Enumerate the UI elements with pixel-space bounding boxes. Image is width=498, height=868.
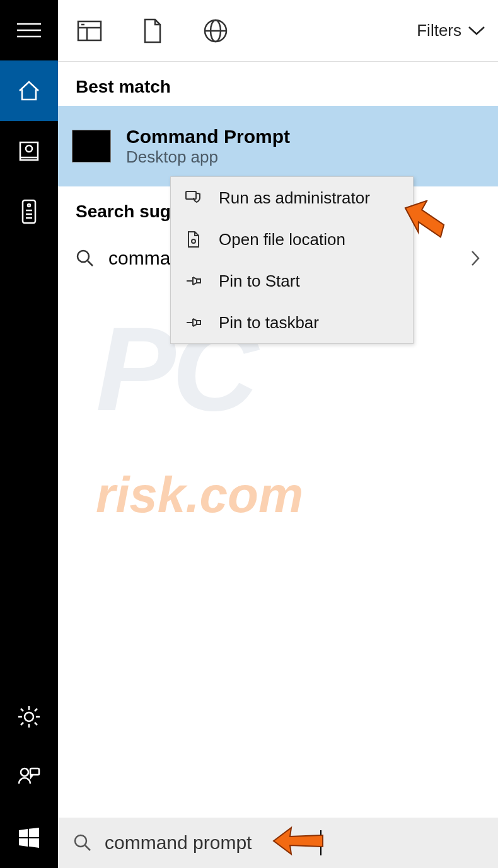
hamburger-icon — [17, 21, 41, 39]
chevron-right-icon — [470, 249, 480, 267]
filter-web-button[interactable] — [203, 18, 228, 43]
filters-dropdown[interactable]: Filters — [417, 21, 485, 40]
best-match-result[interactable]: Command Prompt Desktop app — [58, 106, 498, 186]
svg-point-11 — [25, 712, 33, 721]
sidebar — [0, 0, 58, 868]
filters-label: Filters — [417, 21, 461, 40]
start-button[interactable] — [0, 808, 58, 868]
feedback-button[interactable] — [0, 747, 58, 808]
best-match-heading: Best match — [58, 62, 498, 106]
context-pin-to-taskbar[interactable]: Pin to taskbar — [171, 302, 413, 343]
svg-point-7 — [28, 204, 30, 207]
home-icon — [16, 78, 42, 103]
remote-icon — [21, 199, 37, 224]
svg-point-24 — [192, 239, 195, 243]
result-subtitle: Desktop app — [126, 147, 290, 167]
remote-button[interactable] — [0, 181, 58, 242]
annotation-arrow — [270, 824, 327, 860]
context-pin-to-start[interactable]: Pin to Start — [171, 260, 413, 302]
pin-icon — [185, 274, 204, 288]
globe-icon — [203, 18, 228, 43]
folder-icon — [185, 231, 204, 248]
topbar: Filters — [58, 0, 498, 62]
search-icon — [76, 249, 95, 268]
annotation-arrow — [397, 200, 448, 247]
svg-rect-23 — [186, 191, 196, 199]
svg-line-26 — [85, 845, 90, 850]
filter-documents-button[interactable] — [140, 18, 165, 43]
settings-button[interactable] — [0, 687, 58, 747]
home-button[interactable] — [0, 60, 58, 121]
feedback-icon — [16, 765, 42, 790]
context-open-file-location[interactable]: Open file location — [171, 219, 413, 260]
svg-point-12 — [21, 768, 28, 776]
menu-button[interactable] — [0, 0, 58, 60]
search-panel: Filters Best match Command Prompt Deskto… — [58, 0, 498, 818]
svg-point-25 — [75, 835, 86, 847]
gear-icon — [16, 704, 42, 729]
context-item-label: Open file location — [219, 230, 345, 249]
filter-apps-button[interactable] — [77, 18, 102, 43]
context-menu: Run as administrator Open file location … — [170, 176, 414, 344]
photo-icon — [18, 140, 40, 163]
suggestion-text: comma — [108, 248, 170, 269]
svg-point-4 — [26, 146, 32, 152]
result-title: Command Prompt — [126, 126, 290, 147]
context-run-as-admin[interactable]: Run as administrator — [171, 177, 413, 219]
document-icon — [142, 18, 163, 43]
shield-icon — [185, 190, 204, 206]
chevron-down-icon — [468, 26, 485, 36]
windows-icon — [16, 825, 42, 850]
photos-button[interactable] — [0, 121, 58, 181]
svg-line-22 — [88, 261, 93, 266]
apps-icon — [77, 20, 102, 42]
watermark-sub: risk.com — [96, 466, 303, 524]
context-item-label: Pin to taskbar — [219, 313, 319, 333]
svg-point-21 — [78, 251, 89, 262]
context-item-label: Pin to Start — [219, 271, 300, 291]
context-item-label: Run as administrator — [219, 188, 370, 208]
command-prompt-icon — [72, 130, 111, 163]
search-icon — [73, 833, 92, 852]
pin-icon — [185, 316, 204, 329]
svg-rect-13 — [30, 768, 39, 775]
